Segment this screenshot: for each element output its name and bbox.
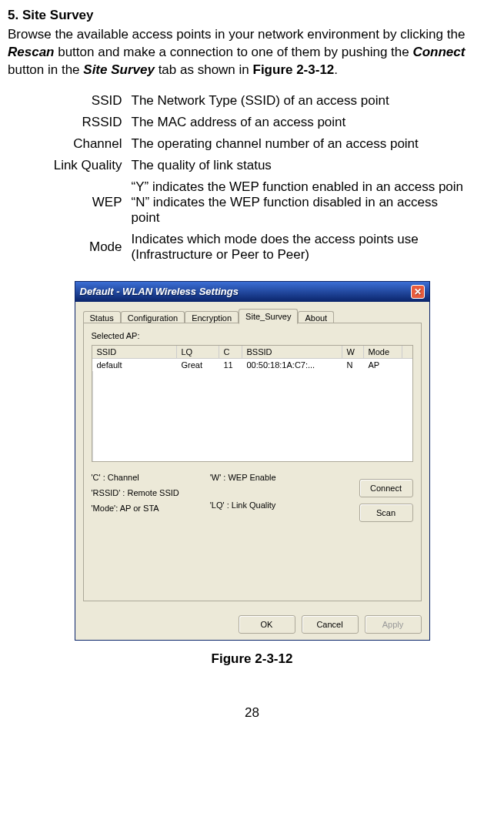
intro-text: tab as shown in — [155, 62, 253, 77]
legend-item: 'Mode': AP or STA — [92, 504, 179, 513]
cell-mode: AP — [364, 359, 402, 371]
def-desc: The quality of link status — [127, 155, 472, 176]
def-desc: “Y” indicates the WEP function enabled i… — [127, 176, 472, 229]
col-lq[interactable]: LQ — [177, 346, 219, 358]
tab-panel: Selected AP: SSID LQ C BSSID W Mode defa… — [83, 323, 422, 601]
intro-connect: Connect — [412, 45, 465, 59]
def-term: SSID — [33, 90, 127, 112]
intro-text: . — [334, 62, 338, 77]
intro-text: Browse the available access points in yo… — [8, 27, 465, 42]
def-term: WEP — [33, 176, 127, 229]
def-desc: Indicates which mode does the access poi… — [127, 229, 472, 266]
def-desc: The MAC address of an access point — [127, 112, 472, 133]
col-bssid[interactable]: BSSID — [242, 346, 342, 358]
intro-rescan: Rescan — [8, 45, 54, 59]
def-term: Mode — [33, 229, 127, 266]
intro-sitesurvey: Site Survey — [83, 62, 155, 77]
table-row: ChannelThe operating channel number of a… — [33, 133, 472, 155]
scan-button[interactable]: Scan — [359, 504, 413, 522]
legend-item: 'C' : Channel — [92, 473, 179, 482]
cell-w: N — [342, 359, 364, 371]
legend-item: 'LQ' : Link Quality — [210, 500, 276, 510]
listview-row[interactable]: default Great 11 00:50:18:1A:C7:... N AP — [92, 359, 412, 371]
tab-site-survey[interactable]: Site_Survey — [239, 309, 298, 324]
col-w[interactable]: W — [342, 346, 364, 358]
table-row: SSIDThe Network Type (SSID) of an access… — [33, 90, 472, 112]
apply-button[interactable]: Apply — [365, 615, 422, 634]
dialog-buttons: OK Cancel Apply — [75, 609, 429, 640]
cell-bssid: 00:50:18:1A:C7:... — [242, 359, 342, 371]
col-ssid[interactable]: SSID — [92, 346, 177, 358]
intro-text: button in the — [8, 62, 83, 77]
settings-window: Default - WLAN Wireless Settings ✕ Statu… — [75, 281, 430, 641]
def-term: Link Quality — [33, 155, 127, 176]
table-row: RSSIDThe MAC address of an access point — [33, 112, 472, 133]
col-c[interactable]: C — [219, 346, 242, 358]
intro-text: button and make a connection to one of t… — [54, 45, 412, 59]
figure-caption: Figure 2-3-12 — [8, 651, 496, 667]
intro-figref: Figure 2-3-12 — [253, 62, 335, 77]
def-term: RSSID — [33, 112, 127, 133]
legend-item: 'RSSID' : Remote SSID — [92, 488, 179, 497]
cell-c: 11 — [219, 359, 242, 371]
legend-item: 'W' : WEP Enable — [210, 473, 276, 482]
def-term: Channel — [33, 133, 127, 155]
table-row: ModeIndicates which mode does the access… — [33, 229, 472, 266]
section-heading: 5. Site Survey — [8, 8, 496, 23]
ok-button[interactable]: OK — [239, 615, 295, 634]
intro-paragraph: Browse the available access points in yo… — [8, 26, 496, 79]
table-row: Link QualityThe quality of link status — [33, 155, 472, 176]
page-number: 28 — [8, 705, 496, 721]
listview-header[interactable]: SSID LQ C BSSID W Mode — [92, 346, 412, 359]
col-mode[interactable]: Mode — [364, 346, 402, 358]
def-desc: The operating channel number of an acces… — [127, 133, 472, 155]
close-icon[interactable]: ✕ — [411, 285, 425, 299]
selected-ap-label: Selected AP: — [92, 331, 413, 340]
cell-ssid: default — [92, 359, 177, 371]
cell-lq: Great — [177, 359, 219, 371]
def-desc: The Network Type (SSID) of an access poi… — [127, 90, 472, 112]
definitions-table: SSIDThe Network Type (SSID) of an access… — [33, 90, 472, 266]
cancel-button[interactable]: Cancel — [302, 615, 359, 634]
connect-button[interactable]: Connect — [359, 479, 413, 497]
ap-listview[interactable]: SSID LQ C BSSID W Mode default Great 11 … — [92, 345, 413, 462]
tab-bar: Status Configuration Encryption Site_Sur… — [83, 308, 422, 323]
table-row: WEP“Y” indicates the WEP function enable… — [33, 176, 472, 229]
titlebar[interactable]: Default - WLAN Wireless Settings ✕ — [75, 282, 429, 302]
window-title: Default - WLAN Wireless Settings — [80, 286, 239, 297]
